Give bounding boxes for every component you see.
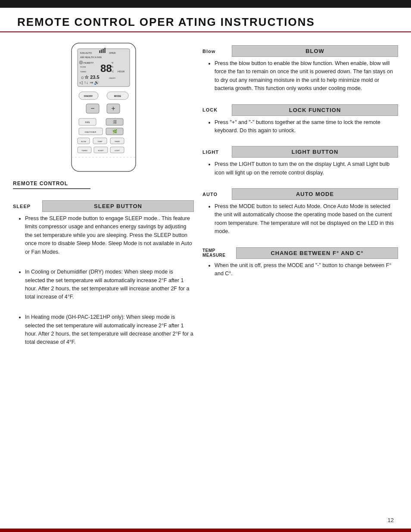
blow-body: Press the blow button to enable the blow… — [202, 59, 398, 93]
svg-text:TURBO: TURBO — [80, 71, 86, 73]
svg-text:BLOW: BLOW — [81, 140, 86, 143]
svg-text:☼☆ 23.5: ☼☆ 23.5 — [80, 75, 100, 80]
sleep-bullet-1: Press the SLEEP mode button to engage SL… — [25, 215, 194, 256]
remote-control-image: FAN AUTO OPER AIR HEALTH X-FAN HUMDTY °F — [13, 41, 194, 174]
page-title: REMOTE CONTROL OPER ATING INSTRUCTIONS — [17, 16, 394, 29]
temp-title-box: CHANGE BETWEEN F° and C° — [236, 247, 398, 259]
right-column: Blow Blow Press the blow button to enabl… — [202, 41, 398, 350]
lock-section: LOCK LOCK FUNCTION Press "+" and "-" but… — [202, 104, 398, 139]
svg-point-9 — [79, 61, 83, 64]
remote-image-container: FAN AUTO OPER AIR HEALTH X-FAN HUMDTY °F — [13, 41, 194, 192]
light-title-box: LIGHT BUTTON — [232, 146, 398, 158]
svg-text:ON/OFF: ON/OFF — [109, 77, 116, 79]
light-bullet-1: Press the LIGHT button to turn the on th… — [215, 160, 398, 177]
blow-section: Blow Blow Press the blow button to enabl… — [202, 45, 398, 96]
auto-tag: AUTO — [202, 192, 228, 197]
main-content: FAN AUTO OPER AIR HEALTH X-FAN HUMDTY °F — [0, 32, 411, 359]
blow-header-row: Blow Blow — [202, 45, 398, 57]
light-section: LIGHT LIGHT BUTTON Press the LIGHT butto… — [202, 146, 398, 180]
svg-text:LIGHT: LIGHT — [115, 149, 120, 152]
light-tag: LIGHT — [202, 149, 228, 155]
lock-header-row: LOCK LOCK FUNCTION — [202, 104, 398, 116]
remote-label-underline — [13, 188, 90, 189]
svg-text:HOUR: HOUR — [118, 70, 125, 73]
auto-bullet-1: Press the MODE button to select Auto Mod… — [215, 202, 398, 236]
svg-text:HUMDTY: HUMDTY — [84, 62, 94, 64]
svg-text:FILTER: FILTER — [80, 66, 86, 68]
remote-label-group: REMOTE CONTROL — [13, 176, 194, 192]
svg-text:TURBO: TURBO — [81, 149, 87, 152]
svg-text:AIR  HEALTH  X-FAN: AIR HEALTH X-FAN — [80, 56, 102, 59]
svg-text:SLEEP: SLEEP — [98, 149, 103, 152]
svg-text:ON/OFF: ON/OFF — [84, 95, 93, 97]
svg-text:◁ ↑↓ ⇒ 🔊: ◁ ↑↓ ⇒ 🔊 — [79, 80, 100, 85]
remote-control-label: REMOTE CONTROL — [13, 180, 90, 187]
svg-text:+: + — [111, 105, 115, 112]
auto-header-row: AUTO AUTO MODE — [202, 188, 398, 200]
svg-text:OPER: OPER — [109, 52, 116, 54]
svg-rect-5 — [101, 50, 102, 53]
temp-header-row: TEMP MEASURE CHANGE BETWEEN F° and C° — [202, 247, 398, 259]
svg-text:TIMER: TIMER — [114, 140, 120, 143]
blow-bullet-1: Press the blow button to enable the blow… — [215, 59, 398, 93]
svg-rect-7 — [104, 48, 106, 53]
light-body: Press the LIGHT button to turn the on th… — [202, 160, 398, 177]
bottom-bar — [0, 529, 411, 532]
lock-title-box: LOCK FUNCTION — [232, 104, 398, 116]
svg-text:🌿: 🌿 — [112, 129, 117, 134]
svg-text:MODE: MODE — [114, 95, 121, 97]
sleep-header-row: SLEEP SLEEP BUTTON — [13, 200, 194, 212]
sleep-section: SLEEP SLEEP BUTTON Press the SLEEP mode … — [13, 200, 194, 350]
sleep-tag: SLEEP — [13, 204, 39, 209]
auto-body: Press the MODE button to select Auto Mod… — [202, 202, 398, 236]
svg-text:%: % — [111, 65, 113, 68]
lock-tag: LOCK — [202, 107, 228, 112]
svg-text:°C: °C — [111, 70, 114, 73]
temp-tag: TEMP MEASURE — [202, 248, 233, 258]
left-column: FAN AUTO OPER AIR HEALTH X-FAN HUMDTY °F — [13, 41, 194, 350]
auto-title-box: AUTO MODE — [232, 188, 398, 200]
svg-text:88: 88 — [100, 62, 112, 74]
sleep-bullet-3: In Heating mode (GH-PAC-12E1HP only): Wh… — [25, 313, 194, 347]
light-header-row: LIGHT LIGHT BUTTON — [202, 146, 398, 158]
svg-text:−: − — [90, 105, 94, 112]
top-bar — [0, 0, 411, 8]
svg-text:TEMP: TEMP — [97, 140, 102, 143]
temp-body: When the unit is off, press the MODE and… — [202, 261, 398, 278]
svg-rect-4 — [99, 50, 100, 53]
temp-bullet-1: When the unit is off, press the MODE and… — [215, 261, 398, 278]
svg-text:FAN  AUTO: FAN AUTO — [80, 52, 92, 54]
blow-title-box: Blow — [232, 45, 398, 57]
sleep-bullet-2: In Cooling or Dehumidifier (DRY) modes: … — [25, 268, 194, 302]
svg-text:HEALTH/SAVE: HEALTH/SAVE — [84, 131, 96, 133]
svg-text:湿: 湿 — [112, 120, 116, 124]
svg-rect-6 — [103, 49, 104, 53]
sleep-body: Press the SLEEP mode button to engage SL… — [13, 215, 194, 347]
temp-section: TEMP MEASURE CHANGE BETWEEN F° and C° Wh… — [202, 247, 398, 282]
svg-text:FAN: FAN — [85, 121, 90, 124]
blow-tag: Blow — [202, 49, 228, 54]
lock-bullet-1: Press "+" and "-" buttons together at th… — [215, 118, 398, 135]
page-number: 12 — [388, 517, 394, 523]
lock-body: Press "+" and "-" buttons together at th… — [202, 118, 398, 135]
header-section: REMOTE CONTROL OPER ATING INSTRUCTIONS — [0, 8, 411, 32]
sleep-title-box: SLEEP BUTTON — [42, 200, 194, 212]
auto-section: AUTO AUTO MODE Press the MODE button to … — [202, 188, 398, 240]
